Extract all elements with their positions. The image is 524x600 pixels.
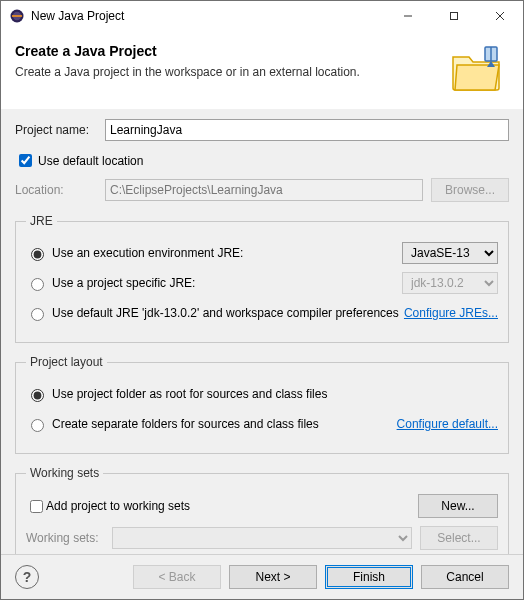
wizard-header: Create a Java Project Create a Java proj… xyxy=(1,31,523,109)
jre-group: JRE Use an execution environment JRE: Ja… xyxy=(15,214,509,343)
project-name-label: Project name: xyxy=(15,123,105,137)
location-label: Location: xyxy=(15,183,105,197)
workingsets-new-button[interactable]: New... xyxy=(418,494,498,518)
project-name-input[interactable] xyxy=(105,119,509,141)
layout-legend: Project layout xyxy=(26,355,107,369)
help-button[interactable]: ? xyxy=(15,565,39,589)
add-workingsets-checkbox[interactable] xyxy=(30,500,43,513)
page-title: Create a Java Project xyxy=(15,43,445,59)
configure-jres-link[interactable]: Configure JREs... xyxy=(404,306,498,320)
jre-project-radio[interactable] xyxy=(31,278,44,291)
minimize-button[interactable] xyxy=(385,1,431,31)
use-default-location-input[interactable] xyxy=(19,154,32,167)
layout-separate-label: Create separate folders for sources and … xyxy=(52,417,397,431)
wizard-body: Project name: Use default location Locat… xyxy=(1,109,523,554)
location-input xyxy=(105,179,423,201)
back-button: < Back xyxy=(133,565,221,589)
workingsets-legend: Working sets xyxy=(26,466,103,480)
next-button[interactable]: Next > xyxy=(229,565,317,589)
workingsets-select-button: Select... xyxy=(420,526,498,550)
svg-rect-4 xyxy=(451,13,458,20)
jre-project-select: jdk-13.0.2 xyxy=(402,272,498,294)
add-workingsets-label: Add project to working sets xyxy=(46,499,418,513)
layout-root-label: Use project folder as root for sources a… xyxy=(52,387,498,401)
jre-legend: JRE xyxy=(26,214,57,228)
window-title: New Java Project xyxy=(31,9,124,23)
workingsets-label: Working sets: xyxy=(26,531,112,545)
finish-button[interactable]: Finish xyxy=(325,565,413,589)
jre-env-select[interactable]: JavaSE-13 xyxy=(402,242,498,264)
close-button[interactable] xyxy=(477,1,523,31)
jre-default-radio[interactable] xyxy=(31,308,44,321)
page-subtitle: Create a Java project in the workspace o… xyxy=(15,65,445,79)
use-default-location-checkbox[interactable]: Use default location xyxy=(15,151,509,170)
workingsets-select xyxy=(112,527,412,549)
layout-root-radio[interactable] xyxy=(31,389,44,402)
layout-separate-radio[interactable] xyxy=(31,419,44,432)
jre-env-radio[interactable] xyxy=(31,248,44,261)
wizard-footer: ? < Back Next > Finish Cancel xyxy=(1,554,523,599)
jre-project-label: Use a project specific JRE: xyxy=(52,276,402,290)
browse-button: Browse... xyxy=(431,178,509,202)
maximize-button[interactable] xyxy=(431,1,477,31)
eclipse-icon xyxy=(9,8,25,24)
jre-env-label: Use an execution environment JRE: xyxy=(52,246,402,260)
cancel-button[interactable]: Cancel xyxy=(421,565,509,589)
configure-default-link[interactable]: Configure default... xyxy=(397,417,498,431)
dialog-window: New Java Project Create a Java Project C… xyxy=(0,0,524,600)
use-default-location-label: Use default location xyxy=(38,154,143,168)
jre-default-label: Use default JRE 'jdk-13.0.2' and workspa… xyxy=(52,306,404,320)
svg-rect-2 xyxy=(12,15,22,17)
workingsets-group: Working sets Add project to working sets… xyxy=(15,466,509,554)
folder-java-icon xyxy=(445,43,509,95)
titlebar[interactable]: New Java Project xyxy=(1,1,523,31)
layout-group: Project layout Use project folder as roo… xyxy=(15,355,509,454)
